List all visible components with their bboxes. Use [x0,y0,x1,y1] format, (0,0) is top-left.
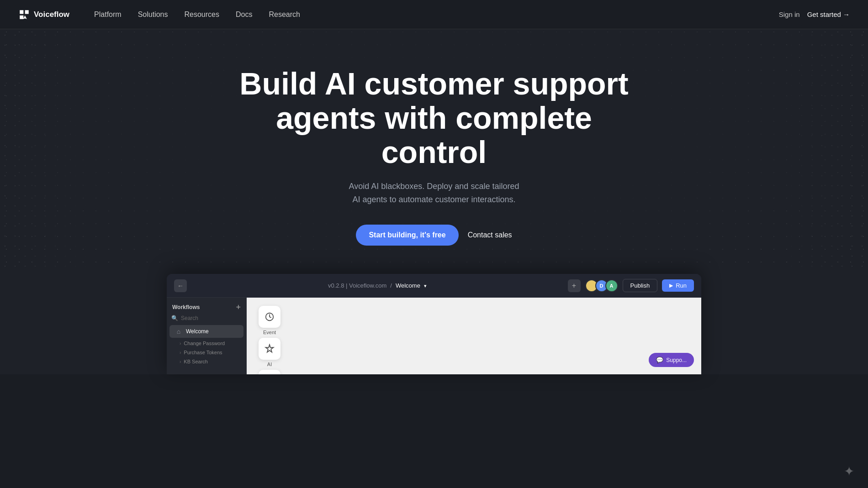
hero-dots-left [0,0,91,274]
app-window: ← v0.2.8 | Voiceflow.com / Welcome ▾ + D… [167,274,701,374]
nav-resources[interactable]: Resources [178,7,226,22]
nav-docs[interactable]: Docs [229,7,259,22]
canvas-node-ai[interactable]: AI [259,338,281,367]
support-label: Suppo... [666,357,687,363]
home-icon: ⌂ [175,328,182,335]
hero-buttons: Start building, it's free Contact sales [228,225,640,246]
sidebar-add-button[interactable]: + [236,303,241,311]
watermark-icon: ✦ [844,464,854,478]
hero-section: Build AI customer support agents with co… [0,0,868,274]
sidebar-sub-change-password[interactable]: › Change Password [167,339,246,348]
chevron-icon-3: › [180,359,181,364]
avatar-3: A [605,279,618,292]
sidebar-search-label[interactable]: Search [181,315,198,321]
talk-node-icon [259,370,281,374]
hero-subtitle: Avoid AI blackboxes. Deploy and scale ta… [320,180,548,206]
nav-research[interactable]: Research [262,7,306,22]
hero-subtitle-line2: AI agents to automate customer interacti… [352,195,515,204]
logo-icon [18,9,30,21]
chevron-icon: › [180,341,181,346]
app-body: Workflows + 🔍 Search ⌂ Welcome › Change … [167,298,701,374]
app-version: v0.2.8 | Voiceflow.com [328,282,386,289]
sign-in-link[interactable]: Sign in [779,10,800,18]
sidebar-welcome-label: Welcome [186,328,209,335]
back-icon: ← [177,282,184,289]
canvas-node-talk[interactable]: Talk [259,370,281,374]
sidebar-sub-purchase-tokens[interactable]: › Purchase Tokens [167,348,246,357]
add-button[interactable]: + [568,279,581,292]
app-topbar-right: + D A Publish ▶ Run [568,279,694,292]
sidebar-change-password-label: Change Password [184,341,225,346]
publish-button[interactable]: Publish [623,279,658,292]
back-button[interactable]: ← [174,279,187,292]
ai-node-icon [259,338,281,360]
get-started-link[interactable]: Get started → [807,10,850,18]
sidebar-title: Workflows [172,304,200,310]
support-icon: 💬 [656,357,663,363]
app-preview-section: ← v0.2.8 | Voiceflow.com / Welcome ▾ + D… [0,274,868,374]
nav-links: Platform Solutions Resources Docs Resear… [88,7,307,22]
app-sidebar: Workflows + 🔍 Search ⌂ Welcome › Change … [167,298,247,374]
app-topbar-center: v0.2.8 | Voiceflow.com / Welcome ▾ [328,282,427,289]
run-button[interactable]: ▶ Run [662,279,694,292]
support-bubble[interactable]: 💬 Suppo... [649,353,694,367]
navbar: Voiceflow Platform Solutions Resources D… [0,0,868,29]
avatar-group: D A [585,279,618,292]
event-node-label: Event [263,330,276,335]
logo-text: Voiceflow [34,10,69,19]
app-canvas: Event AI [247,298,701,374]
run-play-icon: ▶ [669,283,673,289]
hero-subtitle-line1: Avoid AI blackboxes. Deploy and scale ta… [349,182,519,191]
nav-left: Voiceflow Platform Solutions Resources D… [18,7,307,22]
app-topbar-left: ← [174,279,187,292]
chevron-icon-2: › [180,350,181,355]
cta-secondary-button[interactable]: Contact sales [468,231,512,239]
hero-content: Build AI customer support agents with co… [210,30,658,273]
sidebar-search-row: 🔍 Search [167,315,246,325]
logo[interactable]: Voiceflow [18,9,69,21]
event-node-icon [259,306,281,328]
ai-node-label: AI [267,362,272,367]
watermark: ✦ [844,464,854,479]
app-topbar: ← v0.2.8 | Voiceflow.com / Welcome ▾ + D… [167,274,701,298]
breadcrumb-separator: / [390,282,392,289]
search-icon: 🔍 [171,315,178,321]
nav-right: Sign in Get started → [779,10,850,18]
hero-dots-right [777,0,868,274]
sidebar-kb-search-label: KB Search [184,359,208,364]
app-project-name[interactable]: Welcome ▾ [396,282,427,289]
hero-title: Build AI customer support agents with co… [228,67,640,169]
nav-platform[interactable]: Platform [88,7,128,22]
cta-primary-button[interactable]: Start building, it's free [356,225,458,246]
nav-solutions[interactable]: Solutions [132,7,175,22]
canvas-node-event[interactable]: Event [259,306,281,335]
sidebar-item-welcome[interactable]: ⌂ Welcome [169,325,243,338]
sidebar-sub-kb-search[interactable]: › KB Search [167,357,246,366]
sidebar-purchase-tokens-label: Purchase Tokens [184,350,222,355]
sidebar-header: Workflows + [167,303,246,315]
